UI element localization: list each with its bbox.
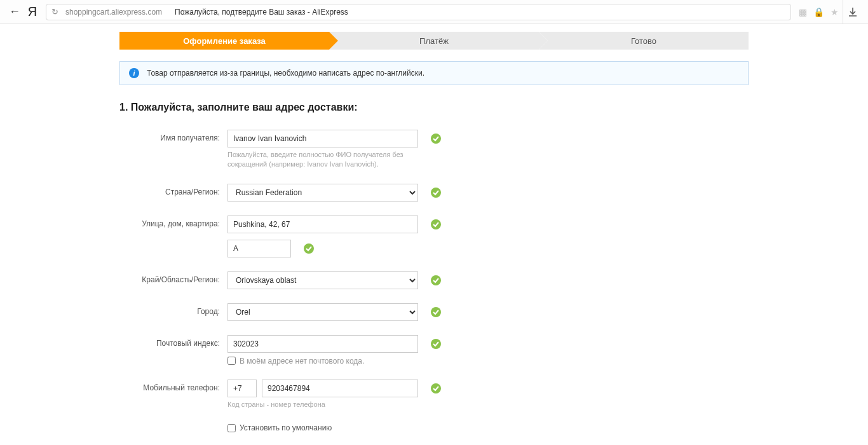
valid-check-icon	[431, 307, 441, 317]
city-select[interactable]: Orel	[227, 303, 418, 321]
page-scroll[interactable]: Оформление заказа Платёж Готово i Товар …	[0, 24, 868, 445]
address-title: Пожалуйста, подтвердите Ваш заказ - AliE…	[175, 8, 348, 17]
zip-input[interactable]	[227, 335, 418, 353]
reload-icon[interactable]: ↻	[51, 7, 62, 17]
phone-number-input[interactable]	[262, 380, 418, 397]
country-select[interactable]: Russian Federation	[227, 184, 418, 202]
set-default-checkbox[interactable]	[227, 424, 236, 432]
downloads-button[interactable]	[843, 0, 862, 24]
step-checkout: Оформление заказа	[119, 32, 329, 50]
address-form: Имя получателя: Пожалуйста, введите полн…	[119, 130, 749, 445]
content-container: Оформление заказа Платёж Готово i Товар …	[119, 24, 749, 445]
region-select[interactable]: Orlovskaya oblast	[227, 271, 418, 289]
recipient-input[interactable]	[227, 130, 418, 147]
zip-label: Почтовый индекс:	[119, 335, 227, 348]
step-done: Готово	[539, 32, 749, 50]
back-button[interactable]: ←	[6, 5, 23, 18]
recipient-label: Имя получателя:	[119, 130, 227, 142]
valid-check-icon	[431, 134, 441, 144]
info-icon: i	[129, 68, 139, 78]
step-payment: Платёж	[329, 32, 539, 50]
valid-check-icon	[431, 339, 441, 349]
info-banner: i Товар отправляется из-за границы, необ…	[119, 61, 749, 85]
phone-hint: Код страны - номер телефона	[227, 400, 418, 409]
valid-check-icon	[431, 188, 441, 198]
browser-chrome: ← Я ↻ shoppingcart.aliexpress.com Пожалу…	[0, 0, 868, 24]
region-label: Край/Область/Регион:	[119, 271, 227, 284]
info-banner-text: Товар отправляется из-за границы, необхо…	[147, 69, 424, 78]
valid-check-icon	[431, 383, 441, 394]
street2-input[interactable]	[227, 240, 291, 257]
no-zip-label: В моём адресе нет почтового кода.	[240, 357, 364, 366]
browser-extension-icons: ▩ 🔒 ★	[795, 7, 843, 17]
valid-check-icon	[431, 275, 441, 285]
address-bar[interactable]: ↻ shoppingcart.aliexpress.com Пожалуйста…	[46, 4, 791, 20]
phone-label: Мобильный телефон:	[119, 380, 227, 392]
checkout-steps: Оформление заказа Платёж Готово	[119, 32, 749, 50]
address-domain: shoppingcart.aliexpress.com	[65, 8, 162, 17]
browser-brand[interactable]: Я	[23, 4, 42, 19]
country-label: Страна/Регион:	[119, 184, 227, 196]
lock-icon[interactable]: 🔒	[813, 7, 824, 17]
set-default-label: Установить по умолчанию	[240, 423, 332, 432]
no-zip-checkbox[interactable]	[227, 357, 236, 365]
extension-icon[interactable]: ▩	[799, 7, 807, 17]
bookmark-star-icon[interactable]: ★	[831, 7, 839, 17]
valid-check-icon	[304, 243, 314, 254]
street-label: Улица, дом, квартира:	[119, 216, 227, 228]
city-label: Город:	[119, 303, 227, 316]
street-input[interactable]	[227, 216, 418, 233]
phone-cc-input[interactable]	[227, 380, 257, 397]
recipient-hint: Пожалуйста, введите полностью ФИО получа…	[227, 150, 418, 170]
section-heading: 1. Пожалуйста, заполните ваш адрес доста…	[119, 102, 749, 113]
valid-check-icon	[431, 219, 441, 229]
download-icon	[848, 8, 857, 17]
